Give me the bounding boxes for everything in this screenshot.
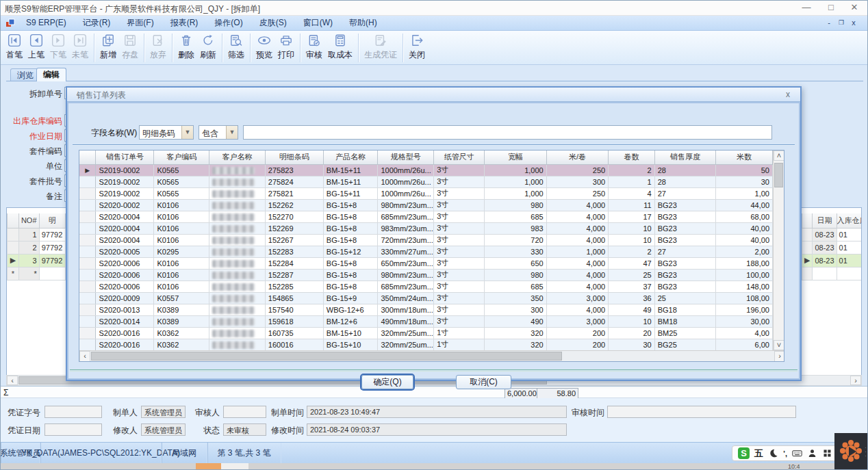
table-cell[interactable]: BM25: [654, 327, 715, 339]
table-cell[interactable]: 275823: [265, 164, 323, 176]
table-cell[interactable]: 3寸: [434, 269, 485, 280]
scroll-right-icon[interactable]: ›: [850, 376, 861, 385]
cancel-button[interactable]: 取消(C): [456, 375, 511, 389]
table-row[interactable]: 08-2301: [802, 228, 863, 241]
table-cell[interactable]: 3寸: [434, 176, 485, 187]
table-cell[interactable]: BG-15+10: [323, 339, 378, 350]
table-cell[interactable]: K0565: [154, 176, 209, 187]
table-cell[interactable]: 3,000: [546, 292, 608, 304]
scroll-right-icon[interactable]: ›: [774, 351, 784, 362]
menu-item-window[interactable]: 窗口(W): [295, 16, 341, 30]
table-cell[interactable]: 44,00: [716, 199, 773, 211]
table-cell[interactable]: 4,000: [546, 199, 608, 211]
table-cell[interactable]: S2020-0002: [96, 199, 154, 211]
table-cell[interactable]: 152270: [265, 211, 323, 222]
table-cell[interactable]: 3寸: [434, 280, 485, 292]
table-row[interactable]: S2020-0005K0295152283BG-15+12330mm/27um.…: [79, 246, 773, 257]
table-cell[interactable]: K0106: [154, 222, 209, 234]
column-header[interactable]: 明细条码: [265, 151, 323, 164]
table-cell[interactable]: 2: [18, 241, 39, 254]
table-cell[interactable]: 983mm/23um...: [378, 222, 434, 234]
table-cell[interactable]: 980: [485, 199, 546, 211]
menu-item-s9erp[interactable]: S9 ERP(E): [18, 16, 75, 30]
table-cell[interactable]: 28: [654, 176, 715, 187]
table-cell[interactable]: [209, 211, 266, 222]
table-cell[interactable]: 25: [654, 292, 715, 304]
table-cell[interactable]: S2020-0005: [96, 246, 154, 257]
table-cell[interactable]: S2019-0002: [96, 176, 154, 187]
menu-item-interface[interactable]: 界面(F): [118, 16, 162, 30]
table-cell[interactable]: 250: [546, 164, 608, 176]
chevron-down-icon[interactable]: ▼: [226, 126, 238, 139]
table-cell[interactable]: 148,00: [716, 280, 773, 292]
table-row[interactable]: ▶08-2301: [802, 254, 863, 267]
table-cell[interactable]: 10: [609, 222, 655, 234]
mdi-minimize-button[interactable]: -: [824, 18, 834, 29]
column-header[interactable]: 米数: [716, 151, 773, 164]
table-cell[interactable]: 25: [609, 269, 655, 280]
grid-menu-icon[interactable]: [822, 448, 832, 458]
table-row[interactable]: S2020-0014K0389159618BM-12+6490mm/18um..…: [79, 315, 773, 327]
table-cell[interactable]: 188,00: [716, 257, 773, 269]
table-cell[interactable]: 3寸: [434, 222, 485, 234]
dialog-close-icon[interactable]: x: [782, 90, 793, 100]
table-row[interactable]: S2020-0006K0106152284BG-15+8650mm/23um..…: [79, 257, 773, 269]
table-cell[interactable]: 3寸: [434, 164, 485, 176]
table-cell[interactable]: 980mm/23um...: [378, 199, 434, 211]
table-cell[interactable]: S2020-0016: [96, 327, 154, 339]
table-cell[interactable]: 4: [609, 187, 655, 199]
table-cell[interactable]: 2,00: [716, 246, 773, 257]
table-cell[interactable]: 08-23: [813, 254, 837, 267]
menu-item-records[interactable]: 记录(R): [75, 16, 119, 30]
table-cell[interactable]: 1,000: [485, 164, 546, 176]
print-button[interactable]: 打印: [275, 32, 297, 64]
table-cell[interactable]: 980: [485, 269, 546, 280]
table-cell[interactable]: [209, 187, 266, 199]
table-cell[interactable]: 490: [485, 315, 546, 327]
taskbar-app[interactable]: [221, 463, 248, 470]
table-cell[interactable]: 30: [609, 339, 655, 350]
table-cell[interactable]: BG-15+8: [323, 211, 378, 222]
table-cell[interactable]: 97792: [39, 254, 65, 267]
table-cell[interactable]: 08-23: [813, 241, 837, 254]
dialog-vscrollbar-thumb[interactable]: [774, 163, 783, 187]
add-button[interactable]: 新增: [97, 32, 119, 64]
first-record-button[interactable]: 首笔: [3, 32, 25, 64]
table-cell[interactable]: 152283: [265, 246, 323, 257]
table-cell[interactable]: 10: [609, 315, 655, 327]
table-cell[interactable]: [209, 280, 266, 292]
table-cell[interactable]: BG23: [654, 199, 715, 211]
table-cell[interactable]: S2020-0014: [96, 315, 154, 327]
table-cell[interactable]: S2020-0013: [96, 304, 154, 315]
table-cell[interactable]: 17: [609, 211, 655, 222]
table-cell[interactable]: 1,000: [485, 187, 546, 199]
table-cell[interactable]: 50: [716, 164, 773, 176]
table-cell[interactable]: 3寸: [434, 211, 485, 222]
table-cell[interactable]: 650: [485, 257, 546, 269]
table-cell[interactable]: 1000mm/26u...: [378, 187, 434, 199]
table-cell[interactable]: [209, 257, 266, 269]
table-cell[interactable]: BG23: [654, 280, 715, 292]
column-header[interactable]: 日期: [813, 213, 837, 228]
table-cell[interactable]: BG-15+8: [323, 280, 378, 292]
table-cell[interactable]: S2020-0009: [96, 292, 154, 304]
table-cell[interactable]: 320mm/25um...: [378, 339, 434, 350]
table-cell[interactable]: 3寸: [434, 199, 485, 211]
table-cell[interactable]: 685mm/23um...: [378, 211, 434, 222]
table-cell[interactable]: [813, 267, 837, 280]
menu-item-reports[interactable]: 报表(R): [162, 16, 207, 30]
column-header[interactable]: 销售厚度: [654, 151, 715, 164]
table-cell[interactable]: 4,000: [546, 269, 608, 280]
table-cell[interactable]: 27: [654, 187, 715, 199]
column-header[interactable]: 入库仓库: [837, 213, 862, 228]
maximize-button[interactable]: □: [821, 1, 841, 16]
table-cell[interactable]: 49: [609, 304, 655, 315]
table-cell[interactable]: BG23: [654, 222, 715, 234]
table-row[interactable]: S2020-0004K0106152269BG-15+8983mm/23um..…: [79, 222, 773, 234]
table-cell[interactable]: 4,00: [716, 327, 773, 339]
moon-icon[interactable]: [768, 448, 778, 458]
table-cell[interactable]: [209, 246, 266, 257]
table-row[interactable]: S2020-0016K0362160735BM-15+10320mm/25um.…: [79, 327, 773, 339]
table-cell[interactable]: BG-15+8: [323, 257, 378, 269]
table-cell[interactable]: BG-15+8: [323, 222, 378, 234]
